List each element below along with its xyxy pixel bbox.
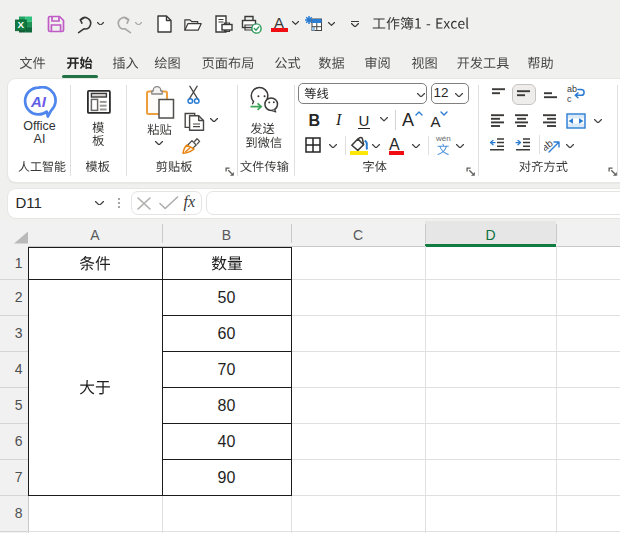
svg-text:ab: ab — [567, 84, 577, 94]
svg-text:c: c — [567, 94, 572, 103]
svg-text:X: X — [18, 19, 25, 30]
svg-text:AI: AI — [30, 93, 47, 110]
